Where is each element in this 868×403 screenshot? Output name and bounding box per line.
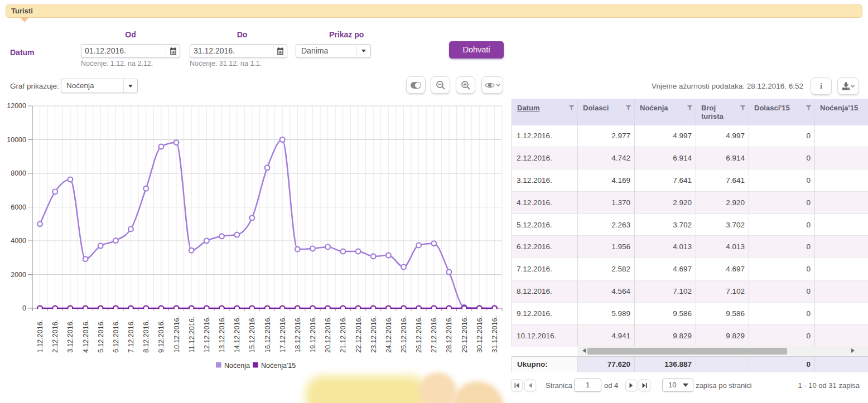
svg-text:28.12.2016.: 28.12.2016. [445, 316, 453, 353]
svg-text:Noćenja'15: Noćenja'15 [261, 362, 296, 370]
svg-text:29.12.2016.: 29.12.2016. [461, 316, 469, 353]
svg-text:12.12.2016.: 12.12.2016. [203, 316, 211, 353]
svg-text:20.12.2016.: 20.12.2016. [324, 316, 332, 353]
svg-text:4.12.2016.: 4.12.2016. [82, 320, 90, 353]
svg-text:4000: 4000 [11, 237, 26, 245]
svg-text:25.12.2016.: 25.12.2016. [400, 316, 408, 353]
svg-text:13.12.2016.: 13.12.2016. [218, 316, 226, 353]
svg-text:15.12.2016.: 15.12.2016. [248, 316, 256, 353]
svg-text:27.12.2016.: 27.12.2016. [430, 316, 438, 353]
svg-text:21.12.2016.: 21.12.2016. [339, 316, 347, 353]
svg-text:10.12.2016.: 10.12.2016. [173, 316, 181, 353]
svg-text:6000: 6000 [11, 203, 26, 211]
svg-text:2000: 2000 [11, 271, 26, 279]
svg-text:26.12.2016.: 26.12.2016. [415, 316, 423, 353]
svg-text:18.12.2016.: 18.12.2016. [294, 316, 302, 353]
svg-text:14.12.2016.: 14.12.2016. [233, 316, 241, 353]
svg-text:3.12.2016.: 3.12.2016. [66, 320, 74, 353]
svg-text:19.12.2016.: 19.12.2016. [309, 316, 317, 353]
svg-text:6.12.2016.: 6.12.2016. [112, 320, 120, 353]
svg-text:8000: 8000 [11, 169, 26, 177]
svg-text:22.12.2016.: 22.12.2016. [355, 316, 363, 353]
svg-text:16.12.2016.: 16.12.2016. [264, 316, 272, 353]
svg-text:7.12.2016.: 7.12.2016. [127, 320, 135, 353]
svg-text:11.12.2016.: 11.12.2016. [188, 317, 196, 353]
svg-text:10000: 10000 [7, 136, 26, 144]
svg-text:12000: 12000 [7, 102, 26, 110]
svg-text:0: 0 [22, 304, 26, 312]
svg-text:30.12.2016.: 30.12.2016. [476, 316, 484, 353]
svg-text:9.12.2016.: 9.12.2016. [157, 320, 165, 353]
svg-text:31.12.2016.: 31.12.2016. [491, 316, 499, 353]
svg-text:1.12.2016.: 1.12.2016. [36, 320, 44, 353]
svg-text:8.12.2016.: 8.12.2016. [142, 320, 150, 353]
svg-text:23.12.2016.: 23.12.2016. [370, 316, 378, 353]
svg-text:17.12.2016.: 17.12.2016. [279, 316, 287, 353]
svg-text:5.12.2016.: 5.12.2016. [97, 320, 105, 353]
svg-text:24.12.2016.: 24.12.2016. [385, 316, 393, 353]
svg-text:Noćenja: Noćenja [224, 362, 250, 370]
svg-text:2.12.2016.: 2.12.2016. [51, 320, 59, 353]
